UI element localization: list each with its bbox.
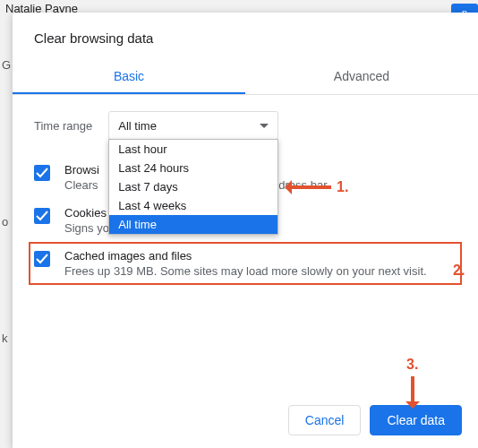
bg-letter: G xyxy=(2,58,11,72)
cancel-button[interactable]: Cancel xyxy=(288,405,362,435)
time-range-row: Time range All time Last hour Last 24 ho… xyxy=(34,111,457,140)
chevron-down-icon xyxy=(260,124,269,128)
dialog-body: Time range All time Last hour Last 24 ho… xyxy=(13,95,478,285)
dialog-title: Clear browsing data xyxy=(13,13,478,60)
time-range-dropdown[interactable]: All time Last hour Last 24 hours Last 7 … xyxy=(108,111,278,140)
cache-title: Cached images and files xyxy=(64,249,427,263)
clear-browsing-data-dialog: Clear browsing data Basic Advanced Time … xyxy=(13,13,478,448)
checkmark-icon xyxy=(36,253,48,265)
checkmark-icon xyxy=(36,210,48,222)
checkbox-history[interactable] xyxy=(34,165,50,181)
time-range-label: Time range xyxy=(34,119,92,133)
bg-letter: o xyxy=(2,215,8,228)
dropdown-button[interactable]: All time xyxy=(108,111,278,140)
checkmark-icon xyxy=(36,167,48,179)
cache-desc: Frees up 319 MB. Some sites may load mor… xyxy=(64,264,427,278)
tab-basic[interactable]: Basic xyxy=(13,60,245,94)
dropdown-list: Last hour Last 24 hours Last 7 days Last… xyxy=(108,139,278,235)
clear-data-button[interactable]: Clear data xyxy=(370,405,462,435)
checkbox-cache[interactable] xyxy=(34,251,50,267)
dropdown-option-last-hour[interactable]: Last hour xyxy=(109,140,277,159)
dropdown-selected: All time xyxy=(118,119,157,133)
checkbox-row-cache[interactable]: Cached images and files Frees up 319 MB.… xyxy=(29,242,462,285)
dropdown-option-last-7-days[interactable]: Last 7 days xyxy=(109,177,277,196)
bg-letter: k xyxy=(2,332,8,345)
checkbox-cookies[interactable] xyxy=(34,208,50,224)
tabs: Basic Advanced xyxy=(13,60,478,95)
dialog-footer: Cancel Clear data xyxy=(288,405,462,435)
dropdown-option-all-time[interactable]: All time xyxy=(109,215,277,234)
dropdown-option-last-4-weeks[interactable]: Last 4 weeks xyxy=(109,196,277,215)
dropdown-option-last-24-hours[interactable]: Last 24 hours xyxy=(109,159,277,177)
tab-advanced[interactable]: Advanced xyxy=(245,60,478,94)
